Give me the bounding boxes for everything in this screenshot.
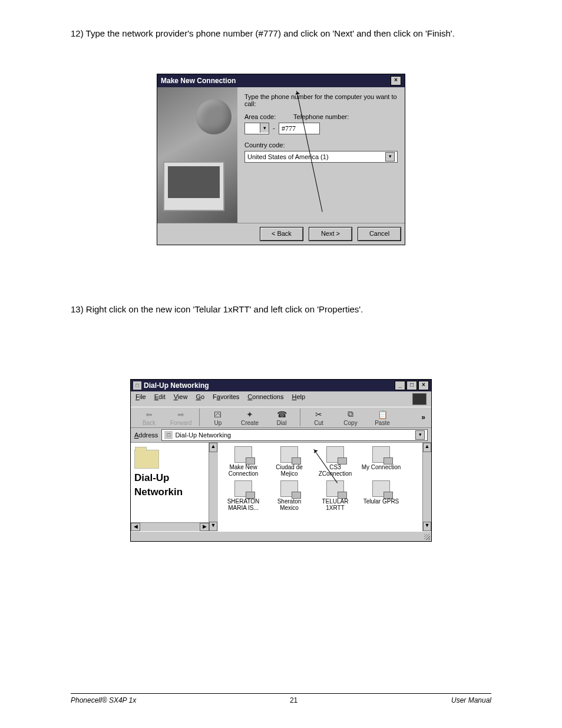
- country-code-label: Country code:: [244, 141, 398, 149]
- connection-icon: [280, 480, 298, 497]
- window-title: Dial-Up Networking: [144, 381, 209, 390]
- scroll-up-icon[interactable]: ▲: [423, 443, 431, 452]
- status-bar: [131, 531, 431, 541]
- paste-icon: 📋: [376, 409, 388, 420]
- cancel-button[interactable]: Cancel: [358, 227, 401, 241]
- toolbar-overflow[interactable]: »: [419, 413, 428, 421]
- dialup-networking-window: □ Dial-Up Networking _ □ × File Edit Vie…: [130, 379, 432, 542]
- pane-title-line1: Dial-Up: [134, 472, 214, 484]
- make-new-connection-dialog: Make New Connection × Type the phone num…: [157, 74, 405, 245]
- list-item[interactable]: My Connection: [358, 446, 404, 477]
- back-button[interactable]: < Back: [260, 227, 303, 241]
- connection-icon: [280, 446, 298, 463]
- close-icon[interactable]: ×: [391, 76, 401, 85]
- list-item[interactable]: Ciudad deMejico: [266, 446, 312, 477]
- chevron-down-icon[interactable]: ▾: [385, 152, 395, 162]
- page-number: 21: [290, 696, 297, 704]
- scroll-down-icon[interactable]: ▼: [423, 522, 431, 531]
- country-code-select[interactable]: United States of America (1) ▾: [244, 151, 398, 163]
- step-12-text: 12) Type the network provider's phone nu…: [71, 28, 491, 38]
- cut-button[interactable]: ✂Cut: [304, 409, 333, 426]
- up-button[interactable]: ⮹Up: [203, 409, 233, 426]
- footer-right: User Manual: [451, 696, 491, 704]
- horizontal-scrollbar[interactable]: ◀▶: [131, 522, 209, 531]
- menu-favorites[interactable]: Favorites: [213, 393, 239, 405]
- close-icon[interactable]: ×: [418, 381, 429, 390]
- copy-icon: ⧉: [345, 409, 356, 420]
- page-footer: Phonecell® SX4P 1x 21 User Manual: [71, 693, 491, 704]
- connection-icon: [372, 480, 390, 497]
- menu-help[interactable]: Help: [292, 393, 306, 405]
- folder-icon: [134, 450, 159, 469]
- list-item[interactable]: SheratonMexico: [266, 480, 312, 511]
- chevron-down-icon[interactable]: ▾: [415, 430, 425, 440]
- area-code-input[interactable]: ▾: [244, 123, 269, 134]
- chevron-down-icon[interactable]: ▾: [260, 123, 269, 133]
- dialog-graphic: [157, 87, 237, 223]
- app-icon: □: [133, 381, 141, 390]
- menu-edit[interactable]: Edit: [154, 393, 166, 405]
- connection-icon: [326, 446, 344, 463]
- pane-title-line2: Networkin: [134, 486, 214, 498]
- create-button[interactable]: ✦Create: [235, 409, 265, 426]
- list-item[interactable]: Make NewConnection: [220, 446, 266, 477]
- list-item[interactable]: SHERATONMARIA IS...: [220, 480, 266, 511]
- telephone-input[interactable]: #777: [279, 123, 320, 134]
- arrow-right-icon: ➡: [175, 409, 187, 420]
- left-info-pane: Dial-Up Networkin ▲▼ ◀▶: [131, 443, 218, 531]
- menu-file[interactable]: File: [135, 393, 146, 405]
- list-item[interactable]: TELULAR1XRTT: [312, 480, 358, 511]
- next-button[interactable]: Next >: [309, 227, 352, 241]
- dialog-title: Make New Connection: [161, 77, 236, 85]
- address-input[interactable]: □ Dial-Up Networking ▾: [161, 429, 428, 441]
- connection-icon-grid: Make NewConnection Ciudad deMejico CS3ZC…: [220, 446, 429, 511]
- area-code-label: Area code:: [244, 113, 292, 120]
- vertical-scrollbar[interactable]: ▲▼: [422, 443, 431, 531]
- dialog-prompt: Type the phone number for the computer y…: [244, 93, 398, 107]
- menu-connections[interactable]: Connections: [247, 393, 283, 405]
- copy-button[interactable]: ⧉Copy: [336, 409, 365, 426]
- arrow-left-icon: ⬅: [143, 409, 155, 420]
- dial-icon: ☎: [276, 409, 287, 420]
- menu-bar: File Edit View Go Favorites Connections …: [131, 391, 431, 407]
- footer-left: Phonecell® SX4P 1x: [71, 696, 136, 704]
- address-label: Address: [134, 431, 158, 439]
- forward-button[interactable]: ➡Forward: [166, 409, 196, 426]
- list-item[interactable]: Telular GPRS: [358, 480, 404, 511]
- menu-view[interactable]: View: [174, 393, 188, 405]
- create-icon: ✦: [244, 409, 256, 420]
- connection-icon: [372, 446, 390, 463]
- ie-logo-icon: [412, 393, 427, 405]
- dial-button[interactable]: ☎Dial: [267, 409, 296, 426]
- maximize-icon[interactable]: □: [406, 381, 417, 390]
- step-13-text: 13) Right click on the new icon 'Telular…: [71, 304, 491, 314]
- scroll-down-icon[interactable]: ▼: [209, 522, 217, 531]
- vertical-scrollbar[interactable]: ▲▼: [209, 443, 217, 531]
- list-item[interactable]: CS3ZConnection: [312, 446, 358, 477]
- connection-icon: [326, 480, 344, 497]
- menu-go[interactable]: Go: [196, 393, 204, 405]
- scroll-right-icon[interactable]: ▶: [200, 523, 209, 531]
- toolbar: ⬅Back ➡Forward ⮹Up ✦Create ☎Dial ✂Cut ⧉C…: [131, 407, 431, 428]
- scroll-left-icon[interactable]: ◀: [131, 523, 140, 531]
- address-value: Dial-Up Networking: [175, 431, 231, 439]
- connection-icon: [234, 480, 252, 497]
- minimize-icon[interactable]: _: [395, 381, 405, 390]
- folder-up-icon: ⮹: [212, 409, 224, 420]
- connection-icon: [234, 446, 252, 463]
- back-button[interactable]: ⬅Back: [134, 409, 164, 426]
- folder-icon: □: [164, 431, 173, 439]
- scroll-up-icon[interactable]: ▲: [209, 443, 217, 452]
- paste-button[interactable]: 📋Paste: [368, 409, 397, 426]
- cut-icon: ✂: [313, 409, 325, 420]
- country-code-value: United States of America (1): [247, 153, 329, 160]
